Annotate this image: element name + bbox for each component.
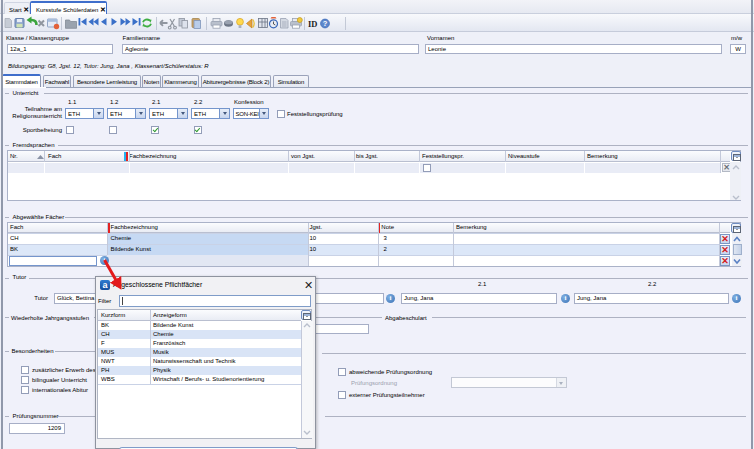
svg-text:ID: ID xyxy=(308,19,317,29)
svg-text:?: ? xyxy=(323,19,328,28)
